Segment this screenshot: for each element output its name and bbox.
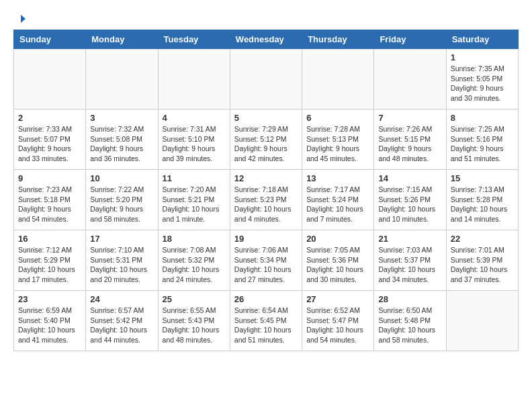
weekday-header-friday: Friday [374,30,446,49]
calendar-cell: 19Sunrise: 7:06 AM Sunset: 5:34 PM Dayli… [230,230,302,291]
logo-flag-icon [15,13,27,26]
calendar-cell: 1Sunrise: 7:35 AM Sunset: 5:05 PM Daylig… [446,49,518,109]
calendar-cell: 13Sunrise: 7:17 AM Sunset: 5:24 PM Dayli… [302,170,374,230]
day-info: Sunrise: 7:33 AM Sunset: 5:07 PM Dayligh… [18,124,81,164]
calendar-cell: 27Sunrise: 6:52 AM Sunset: 5:47 PM Dayli… [302,291,374,351]
day-info: Sunrise: 7:18 AM Sunset: 5:23 PM Dayligh… [234,185,298,224]
day-number: 13 [306,173,369,183]
day-number: 3 [90,113,153,123]
day-info: Sunrise: 7:23 AM Sunset: 5:18 PM Dayligh… [18,185,81,224]
calendar-cell: 20Sunrise: 7:05 AM Sunset: 5:36 PM Dayli… [302,230,374,291]
week-row-3: 9Sunrise: 7:23 AM Sunset: 5:18 PM Daylig… [14,170,519,230]
day-number: 12 [234,173,298,183]
calendar-cell: 3Sunrise: 7:32 AM Sunset: 5:08 PM Daylig… [86,109,158,170]
day-number: 26 [234,294,298,304]
day-number: 21 [378,234,441,244]
calendar-cell: 17Sunrise: 7:10 AM Sunset: 5:31 PM Dayli… [86,230,158,291]
day-info: Sunrise: 6:57 AM Sunset: 5:42 PM Dayligh… [90,306,153,345]
header [13,13,519,26]
calendar-cell: 11Sunrise: 7:20 AM Sunset: 5:21 PM Dayli… [158,170,230,230]
calendar-cell [14,49,86,109]
day-info: Sunrise: 7:05 AM Sunset: 5:36 PM Dayligh… [306,245,369,285]
calendar-cell: 22Sunrise: 7:01 AM Sunset: 5:39 PM Dayli… [446,230,518,291]
day-info: Sunrise: 7:35 AM Sunset: 5:05 PM Dayligh… [451,64,514,103]
calendar-cell [230,49,302,109]
calendar-cell: 5Sunrise: 7:29 AM Sunset: 5:12 PM Daylig… [230,109,302,170]
day-number: 15 [451,173,514,183]
day-number: 24 [90,294,153,304]
day-info: Sunrise: 7:01 AM Sunset: 5:39 PM Dayligh… [451,245,514,285]
calendar-cell: 12Sunrise: 7:18 AM Sunset: 5:23 PM Dayli… [230,170,302,230]
day-number: 11 [163,173,226,183]
day-number: 1 [451,52,514,62]
day-info: Sunrise: 7:15 AM Sunset: 5:26 PM Dayligh… [378,185,441,224]
day-number: 27 [306,294,369,304]
day-info: Sunrise: 7:20 AM Sunset: 5:21 PM Dayligh… [163,185,226,224]
day-info: Sunrise: 7:10 AM Sunset: 5:31 PM Dayligh… [90,245,153,285]
calendar-cell: 23Sunrise: 6:59 AM Sunset: 5:40 PM Dayli… [14,291,86,351]
weekday-header-monday: Monday [86,30,158,49]
calendar-cell: 2Sunrise: 7:33 AM Sunset: 5:07 PM Daylig… [14,109,86,170]
logo [13,13,27,26]
day-info: Sunrise: 7:29 AM Sunset: 5:12 PM Dayligh… [234,124,298,164]
calendar-cell: 24Sunrise: 6:57 AM Sunset: 5:42 PM Dayli… [86,291,158,351]
day-number: 17 [90,234,153,244]
day-info: Sunrise: 7:28 AM Sunset: 5:13 PM Dayligh… [306,124,369,164]
day-number: 8 [451,113,514,123]
day-number: 28 [378,294,441,304]
calendar-cell: 21Sunrise: 7:03 AM Sunset: 5:37 PM Dayli… [374,230,446,291]
day-number: 6 [306,113,369,123]
day-info: Sunrise: 7:06 AM Sunset: 5:34 PM Dayligh… [234,245,298,285]
calendar-cell [302,49,374,109]
day-info: Sunrise: 6:52 AM Sunset: 5:47 PM Dayligh… [306,306,369,345]
week-row-2: 2Sunrise: 7:33 AM Sunset: 5:07 PM Daylig… [14,109,519,170]
day-info: Sunrise: 7:17 AM Sunset: 5:24 PM Dayligh… [306,185,369,224]
calendar-cell: 9Sunrise: 7:23 AM Sunset: 5:18 PM Daylig… [14,170,86,230]
day-number: 14 [378,173,441,183]
day-info: Sunrise: 6:54 AM Sunset: 5:45 PM Dayligh… [234,306,298,345]
day-info: Sunrise: 7:26 AM Sunset: 5:15 PM Dayligh… [378,124,441,164]
day-info: Sunrise: 7:22 AM Sunset: 5:20 PM Dayligh… [90,185,153,224]
calendar-cell: 25Sunrise: 6:55 AM Sunset: 5:43 PM Dayli… [158,291,230,351]
week-row-4: 16Sunrise: 7:12 AM Sunset: 5:29 PM Dayli… [14,230,519,291]
day-number: 20 [306,234,369,244]
day-number: 9 [18,173,81,183]
day-info: Sunrise: 7:03 AM Sunset: 5:37 PM Dayligh… [378,245,441,285]
calendar-cell [86,49,158,109]
calendar-cell: 18Sunrise: 7:08 AM Sunset: 5:32 PM Dayli… [158,230,230,291]
calendar-cell: 6Sunrise: 7:28 AM Sunset: 5:13 PM Daylig… [302,109,374,170]
day-info: Sunrise: 7:31 AM Sunset: 5:10 PM Dayligh… [163,124,226,164]
day-info: Sunrise: 6:50 AM Sunset: 5:48 PM Dayligh… [378,306,441,345]
calendar-cell: 14Sunrise: 7:15 AM Sunset: 5:26 PM Dayli… [374,170,446,230]
weekday-header-thursday: Thursday [302,30,374,49]
calendar-cell: 26Sunrise: 6:54 AM Sunset: 5:45 PM Dayli… [230,291,302,351]
calendar-cell: 7Sunrise: 7:26 AM Sunset: 5:15 PM Daylig… [374,109,446,170]
calendar: SundayMondayTuesdayWednesdayThursdayFrid… [13,30,519,351]
day-info: Sunrise: 7:32 AM Sunset: 5:08 PM Dayligh… [90,124,153,164]
day-number: 19 [234,234,298,244]
week-row-5: 23Sunrise: 6:59 AM Sunset: 5:40 PM Dayli… [14,291,519,351]
calendar-cell: 10Sunrise: 7:22 AM Sunset: 5:20 PM Dayli… [86,170,158,230]
svg-marker-0 [21,15,26,23]
weekday-header-wednesday: Wednesday [230,30,302,49]
day-info: Sunrise: 7:13 AM Sunset: 5:28 PM Dayligh… [451,185,514,224]
week-row-1: 1Sunrise: 7:35 AM Sunset: 5:05 PM Daylig… [14,49,519,109]
weekday-header-row: SundayMondayTuesdayWednesdayThursdayFrid… [14,30,519,49]
calendar-cell: 28Sunrise: 6:50 AM Sunset: 5:48 PM Dayli… [374,291,446,351]
day-info: Sunrise: 7:12 AM Sunset: 5:29 PM Dayligh… [18,245,81,285]
day-number: 4 [163,113,226,123]
day-number: 7 [378,113,441,123]
day-info: Sunrise: 6:59 AM Sunset: 5:40 PM Dayligh… [18,306,81,345]
calendar-cell [374,49,446,109]
day-info: Sunrise: 7:08 AM Sunset: 5:32 PM Dayligh… [163,245,226,285]
day-info: Sunrise: 7:25 AM Sunset: 5:16 PM Dayligh… [451,124,514,164]
calendar-cell: 15Sunrise: 7:13 AM Sunset: 5:28 PM Dayli… [446,170,518,230]
weekday-header-tuesday: Tuesday [158,30,230,49]
day-number: 5 [234,113,298,123]
day-number: 10 [90,173,153,183]
weekday-header-saturday: Saturday [446,30,518,49]
weekday-header-sunday: Sunday [14,30,86,49]
day-number: 22 [451,234,514,244]
day-info: Sunrise: 6:55 AM Sunset: 5:43 PM Dayligh… [163,306,226,345]
day-number: 18 [163,234,226,244]
